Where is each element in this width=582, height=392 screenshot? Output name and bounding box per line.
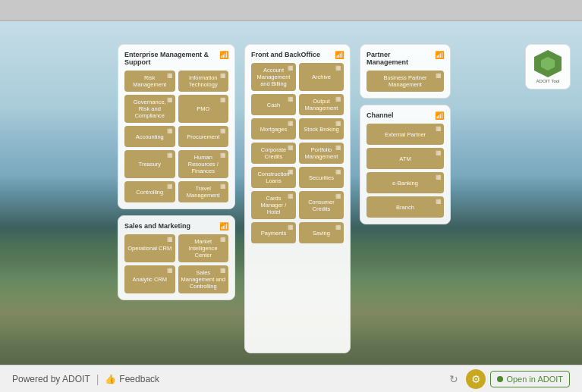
channel-panel-title: Channel <box>367 111 444 119</box>
footer: Powered by ADOIT | 👍 Feedback ↻ ⚙ Open i… <box>0 365 582 392</box>
enterprise-panel-title: Enterprise Management & Support <box>124 51 228 66</box>
module-icon: ▦ <box>220 267 226 274</box>
partner-btn-grid: Business Partner Management ▦ <box>367 71 444 92</box>
signal-icon-frontback: 📶 <box>335 51 344 59</box>
signal-icon-enterprise: 📶 <box>219 51 228 59</box>
module-icon: ▦ <box>288 224 294 231</box>
module-icon: ▦ <box>220 96 226 104</box>
signal-icon-partner: 📶 <box>435 51 444 59</box>
module-human-resources[interactable]: Human Resources / Finances ▦ <box>178 150 229 178</box>
module-treasury[interactable]: Treasury ▦ <box>124 150 175 178</box>
column-1: Enterprise Management & Support 📶 Risk M… <box>118 44 235 353</box>
panels-container: Enterprise Management & Support 📶 Risk M… <box>118 44 567 353</box>
feedback-link[interactable]: 👍 Feedback <box>105 374 159 384</box>
top-bar <box>0 0 582 21</box>
module-consumer-credits[interactable]: Consumer Credits ▦ <box>299 191 344 219</box>
sales-panel-title: Sales and Marketing <box>124 222 228 230</box>
module-icon: ▦ <box>436 125 442 133</box>
module-market-intelligence[interactable]: Market Intelligence Center ▦ <box>178 234 229 262</box>
module-icon: ▦ <box>220 183 226 190</box>
main-area: ADOIT Tool Enterprise Management & Suppo… <box>0 21 582 365</box>
module-icon: ▦ <box>436 174 442 181</box>
module-securities[interactable]: Securities ▦ <box>299 167 344 188</box>
module-icon: ▦ <box>167 267 173 274</box>
module-external-partner[interactable]: External Partner ▦ <box>367 124 444 145</box>
column-3: Partner Management 📶 Business Partner Ma… <box>360 44 451 353</box>
footer-right: ↻ ⚙ Open in ADOIT <box>446 369 570 389</box>
module-ebanking[interactable]: e-Banking ▦ <box>367 172 444 193</box>
module-pmo[interactable]: PMO ▦ <box>178 95 229 123</box>
module-travel-management[interactable]: Travel Management ▦ <box>178 181 229 202</box>
module-governance[interactable]: Governance, Risk and Compliance ▦ <box>124 95 175 123</box>
sales-marketing-panel: Sales and Marketing 📶 Operational CRM ▦ … <box>118 215 235 300</box>
module-output-management[interactable]: Output Management ▦ <box>299 94 344 115</box>
module-atm[interactable]: ATM ▦ <box>367 148 444 169</box>
module-cards-manager[interactable]: Cards Manager / Hotel ▦ <box>251 191 296 219</box>
open-adoit-button[interactable]: Open in ADOIT <box>490 371 570 387</box>
channel-btn-grid: External Partner ▦ ATM ▦ e-Banking ▦ Bra… <box>367 124 444 218</box>
module-icon: ▦ <box>288 64 294 72</box>
column-2: Front and BackOffice 📶 Account Managemen… <box>244 44 351 353</box>
module-icon: ▦ <box>288 168 294 176</box>
powered-by-text: Powered by ADOIT <box>12 374 90 384</box>
module-icon: ▦ <box>436 149 442 157</box>
module-icon: ▦ <box>288 120 294 127</box>
footer-divider: | <box>96 373 99 385</box>
module-procurement[interactable]: Procurement ▦ <box>178 126 229 147</box>
settings-button[interactable]: ⚙ <box>466 369 486 389</box>
module-icon: ▦ <box>335 64 341 72</box>
module-stock-broking[interactable]: Stock Broking ▦ <box>299 118 344 140</box>
footer-left: Powered by ADOIT | 👍 Feedback <box>12 373 159 385</box>
module-icon: ▦ <box>335 144 341 152</box>
module-icon: ▦ <box>335 120 341 127</box>
module-icon: ▦ <box>167 72 173 80</box>
logo-hex-inner <box>541 57 555 71</box>
module-icon: ▦ <box>436 198 442 205</box>
module-sales-management[interactable]: Sales Management and Controlling ▦ <box>178 265 229 293</box>
partner-management-panel: Partner Management 📶 Business Partner Ma… <box>360 44 451 99</box>
module-business-partner[interactable]: Business Partner Management ▦ <box>367 71 444 92</box>
channel-panel: Channel 📶 External Partner ▦ ATM ▦ e-Ban… <box>360 105 451 224</box>
module-icon: ▦ <box>167 127 173 135</box>
signal-icon-channel: 📶 <box>435 111 444 120</box>
signal-icon-sales: 📶 <box>219 222 228 230</box>
refresh-button[interactable]: ↻ <box>446 372 461 387</box>
module-icon: ▦ <box>167 152 173 159</box>
feedback-label: Feedback <box>119 374 159 384</box>
module-icon: ▦ <box>220 152 226 159</box>
module-icon: ▦ <box>288 144 294 152</box>
thumbs-up-icon: 👍 <box>105 374 116 384</box>
module-icon: ▦ <box>335 193 341 200</box>
module-icon: ▦ <box>167 183 173 190</box>
frontback-panel-title: Front and BackOffice <box>251 51 344 58</box>
module-icon: ▦ <box>288 96 294 103</box>
module-operational-crm[interactable]: Operational CRM ▦ <box>124 234 175 262</box>
module-construction-loans[interactable]: Construction Loans ▦ <box>251 167 296 188</box>
module-icon: ▦ <box>220 127 226 135</box>
module-archive[interactable]: Archive ▦ <box>299 63 344 91</box>
module-icon: ▦ <box>220 236 226 243</box>
module-icon: ▦ <box>220 72 226 80</box>
module-icon: ▦ <box>335 224 341 231</box>
module-portfolio-management[interactable]: Portfolio Management ▦ <box>299 143 344 164</box>
module-accounting[interactable]: Accounting ▦ <box>124 126 175 147</box>
module-mortgages[interactable]: Mortgages ▦ <box>251 118 296 140</box>
module-payments[interactable]: Payments ▦ <box>251 222 296 243</box>
module-information-technology[interactable]: Information Technology ▦ <box>178 71 229 92</box>
module-controlling[interactable]: Controlling ▦ <box>124 181 175 202</box>
module-branch[interactable]: Branch ▦ <box>367 196 444 218</box>
module-account-management[interactable]: Account Management and Billing ▦ <box>251 63 296 91</box>
module-icon: ▦ <box>167 96 173 104</box>
enterprise-btn-grid: Risk Management ▦ Information Technology… <box>124 71 228 202</box>
module-icon: ▦ <box>335 168 341 176</box>
sales-btn-grid: Operational CRM ▦ Market Intelligence Ce… <box>124 234 228 293</box>
open-adoit-label: Open in ADOIT <box>506 375 563 384</box>
module-cash[interactable]: Cash ▦ <box>251 94 296 115</box>
module-icon: ▦ <box>167 236 173 243</box>
module-analytic-crm[interactable]: Analytic CRM ▦ <box>124 265 175 293</box>
logo-text: ADOIT Tool <box>536 79 560 83</box>
module-risk-management[interactable]: Risk Management ▦ <box>124 71 175 92</box>
module-corporate-credits[interactable]: Corporate Credits ▦ <box>251 143 296 164</box>
module-saving[interactable]: Saving ▦ <box>299 222 344 243</box>
logo-panel: ADOIT Tool <box>525 44 571 89</box>
